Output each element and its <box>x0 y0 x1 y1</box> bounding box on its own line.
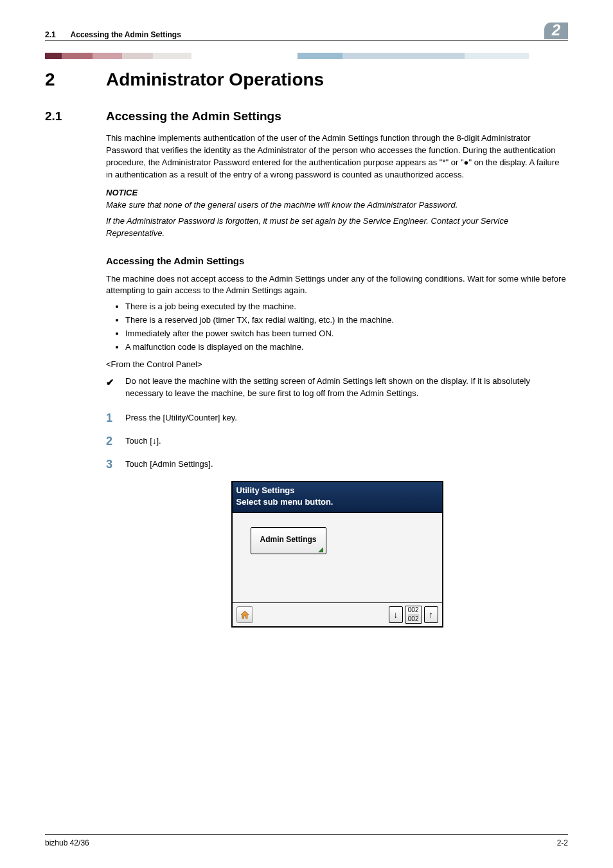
check-note-text: Do not leave the machine with the settin… <box>125 375 568 400</box>
section-title: Accessing the Admin Settings <box>106 109 281 123</box>
list-item: There is a job being executed by the mac… <box>125 301 568 313</box>
page-total: 002 <box>408 616 419 623</box>
device-footer: ↓ 002 002 ↑ <box>233 602 442 626</box>
admin-settings-button[interactable]: Admin Settings <box>251 527 326 554</box>
footer-model: bizhub 42/36 <box>45 838 89 847</box>
header-section-title: Accessing the Admin Settings <box>71 30 181 39</box>
home-icon <box>240 610 250 620</box>
decorative-color-bar <box>45 53 568 59</box>
chapter-number: 2 <box>45 69 106 90</box>
arrow-up-icon: ↑ <box>429 608 433 621</box>
page-footer: bizhub 42/36 2-2 <box>45 834 568 847</box>
pager: ↓ 002 002 ↑ <box>389 606 438 624</box>
step-text: Touch [↓]. <box>125 435 568 448</box>
section-heading: 2.1 Accessing the Admin Settings <box>45 109 568 123</box>
context-label: <From the Control Panel> <box>106 359 568 371</box>
subsection-heading: Accessing the Admin Settings <box>106 254 568 268</box>
step-text: Touch [Admin Settings]. <box>125 458 568 471</box>
home-button[interactable] <box>236 606 253 623</box>
condition-list: There is a job being executed by the mac… <box>106 301 568 353</box>
list-item: There is a reserved job (timer TX, fax r… <box>125 314 568 327</box>
step-item: 3 Touch [Admin Settings]. <box>106 458 568 471</box>
header-left: 2.1 Accessing the Admin Settings <box>45 30 181 39</box>
svg-marker-0 <box>241 611 249 619</box>
running-header: 2.1 Accessing the Admin Settings 2 <box>45 23 568 41</box>
arrow-down-icon: ↓ <box>393 608 398 621</box>
step-item: 1 Press the [Utility/Counter] key. <box>106 411 568 424</box>
admin-settings-button-label: Admin Settings <box>260 535 317 544</box>
device-header-line1: Utility Settings <box>236 485 438 497</box>
device-body: Admin Settings <box>233 512 442 602</box>
page-indicator: 002 002 <box>405 606 422 624</box>
header-section-number: 2.1 <box>45 30 56 39</box>
section-number: 2.1 <box>45 109 106 123</box>
subsection-intro: The machine does not accept access to th… <box>106 273 568 298</box>
section-body: This machine implements authentication o… <box>106 132 568 628</box>
chapter-heading: 2 Administrator Operations <box>45 69 568 90</box>
chapter-title: Administrator Operations <box>106 69 324 90</box>
intro-paragraph: This machine implements authentication o… <box>106 132 568 181</box>
device-header: Utility Settings Select sub menu button. <box>233 482 442 513</box>
step-text: Press the [Utility/Counter] key. <box>125 411 568 424</box>
page-current: 002 <box>408 607 419 615</box>
list-item: A malfunction code is displayed on the m… <box>125 341 568 354</box>
step-number: 2 <box>106 435 125 447</box>
page-up-button[interactable]: ↑ <box>424 606 438 623</box>
step-number: 3 <box>106 458 125 470</box>
notice-line-1: Make sure that none of the general users… <box>106 199 568 212</box>
step-item: 2 Touch [↓]. <box>106 435 568 448</box>
device-header-line2: Select sub menu button. <box>236 496 438 509</box>
footer-page: 2-2 <box>557 838 568 847</box>
notice-line-2: If the Administrator Password is forgott… <box>106 215 568 240</box>
list-item: Immediately after the power switch has b… <box>125 328 568 340</box>
step-list: 1 Press the [Utility/Counter] key. 2 Tou… <box>106 411 568 471</box>
submenu-triangle-icon <box>318 547 323 552</box>
step-number: 1 <box>106 411 125 424</box>
check-icon: ✔ <box>106 375 125 400</box>
device-screenshot: Utility Settings Select sub menu button.… <box>231 481 443 628</box>
page-down-button[interactable]: ↓ <box>389 606 403 623</box>
chapter-tab: 2 <box>544 23 568 39</box>
check-note-row: ✔ Do not leave the machine with the sett… <box>106 375 568 400</box>
notice-label: NOTICE <box>106 187 568 199</box>
